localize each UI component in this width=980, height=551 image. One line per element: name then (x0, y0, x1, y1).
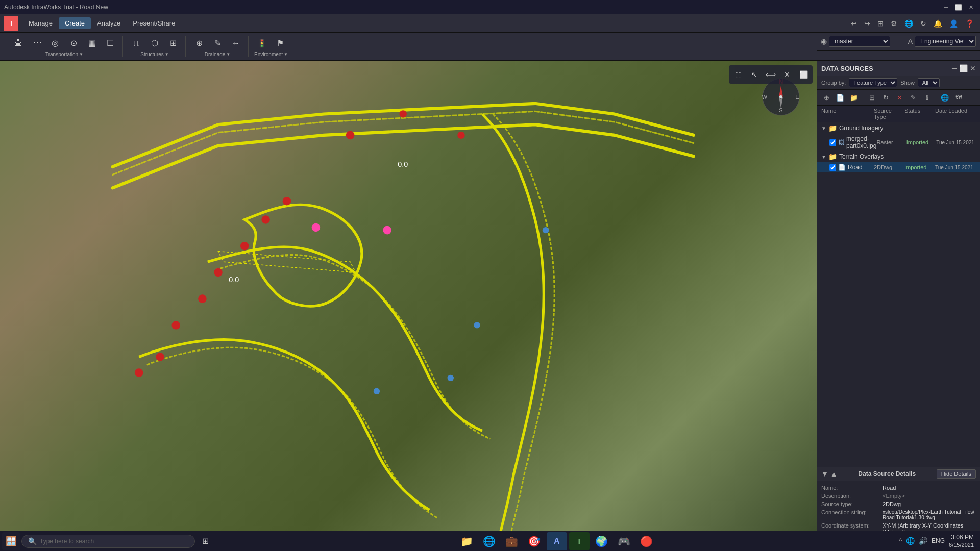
merged-jpg-checkbox[interactable] (829, 139, 836, 146)
notify-icon[interactable]: 🔔 (932, 18, 944, 29)
taskbar-app8[interactable]: 🎮 (614, 532, 634, 550)
struct-btn-3[interactable]: ⊞ (165, 36, 181, 51)
roundabout-btn[interactable]: ◎ (47, 36, 63, 51)
tray-volume-icon[interactable]: 🔊 (919, 537, 927, 545)
struct-btn-2[interactable]: ⬡ (146, 36, 163, 51)
task-view-btn[interactable]: ⊞ (196, 532, 214, 550)
road-checkbox[interactable] (829, 164, 836, 171)
merged-jpg-item[interactable]: 🖼 merged-part0x0.jpg Raster Imported Tue… (817, 134, 980, 151)
group-by-select[interactable]: Feature Type (849, 78, 897, 87)
structures-label[interactable]: Structures ▼ (140, 52, 169, 57)
search-bar[interactable]: 🔍 Type here to search (21, 535, 195, 548)
structures-icons: ⎍ ⬡ ⊞ (128, 36, 181, 51)
transport-btn-4[interactable]: ⊙ (65, 36, 82, 51)
environment-arrow: ▼ (284, 52, 288, 57)
select-btn[interactable]: ↖ (747, 67, 762, 82)
view-select[interactable]: Engineering View (915, 36, 976, 47)
minimize-btn[interactable]: ─ (941, 2, 951, 12)
ds-tool-folder[interactable]: 📁 (848, 92, 860, 103)
road-item-source: 2DDwg (874, 164, 904, 170)
env-btn-2[interactable]: ⚑ (272, 36, 288, 51)
taskbar-teams[interactable]: 🎯 (524, 532, 545, 550)
help-icon[interactable]: ❓ (963, 18, 976, 29)
taskbar-explorer[interactable]: 📁 (457, 532, 477, 550)
detail-name-val: Road (883, 485, 976, 491)
transport-btn-6[interactable]: ☐ (102, 36, 118, 51)
user-icon[interactable]: 👤 (947, 18, 960, 29)
ds-filter-row: Group by: Feature Type Show All (817, 76, 980, 90)
ds-details-up-icon[interactable]: ▲ (830, 470, 838, 478)
measure-btn[interactable]: ⟺ (764, 67, 778, 82)
hide-details-btn[interactable]: Hide Details (937, 469, 976, 479)
struct-btn-1[interactable]: ⎍ (128, 36, 144, 51)
ds-tool-info[interactable]: ℹ (921, 92, 933, 103)
show-select[interactable]: All (918, 78, 940, 87)
terrain-overlays-header[interactable]: ▼ 📁 Terrain Overlays (817, 151, 980, 162)
model-select[interactable]: master (829, 36, 890, 47)
taskbar-app9[interactable]: 🔴 (636, 532, 657, 550)
menu-manage[interactable]: Manage (22, 17, 59, 29)
svg-point-11 (312, 223, 321, 232)
ds-expand-btn[interactable]: ⬜ (959, 64, 968, 72)
cross-btn[interactable]: ✕ (780, 67, 794, 82)
traffic-btn[interactable]: 🚦 (254, 36, 270, 51)
detail-srctype-key: Source type: (821, 501, 883, 507)
environment-label[interactable]: Environment ▼ (254, 52, 288, 57)
ground-imagery-header[interactable]: ▼ 📁 Ground Imagery (817, 122, 980, 134)
drainage-label[interactable]: Drainage ▼ (205, 52, 231, 57)
tray-up-icon[interactable]: ^ (899, 537, 902, 544)
model-icon: ◉ (821, 37, 827, 45)
ds-close-btn[interactable]: ✕ (970, 64, 976, 72)
grid-icon[interactable]: ⊞ (875, 18, 886, 29)
drain-btn-3[interactable]: ↔ (228, 36, 244, 51)
map-viewport[interactable]: 0.0 0.0 N S E W X:-397924.815226 Y: 4190… (0, 61, 817, 547)
taskbar-infraworks[interactable]: I (569, 532, 590, 550)
perspective-btn[interactable]: ⬚ (731, 67, 745, 82)
road-straight-btn[interactable]: 🛣 (10, 36, 27, 51)
menu-present-share[interactable]: Present/Share (127, 17, 181, 29)
terrain-overlays-expand-icon: ▼ (821, 154, 826, 160)
ds-tool-connect[interactable]: ⊞ (866, 92, 878, 103)
restore-btn[interactable]: ⬜ (953, 2, 964, 12)
globe-icon[interactable]: 🌐 (902, 18, 915, 29)
tray-network-icon[interactable]: 🌐 (906, 537, 915, 545)
taskbar-edge[interactable]: 🌐 (479, 532, 500, 550)
nav-forward-icon[interactable]: ↪ (862, 18, 872, 29)
ds-tool-delete[interactable]: ✕ (893, 92, 905, 103)
ds-tool-img-2[interactable]: 🗺 (952, 92, 965, 103)
group-by-label: Group by: (821, 80, 846, 86)
transportation-label[interactable]: Transportation ▼ (45, 52, 83, 57)
close-btn[interactable]: ✕ (966, 2, 976, 12)
taskbar-acad[interactable]: A (547, 532, 567, 550)
taskbar-store[interactable]: 💼 (502, 532, 522, 550)
refresh-icon[interactable]: ↻ (918, 18, 928, 29)
ds-tool-refresh[interactable]: ↻ (879, 92, 892, 103)
ds-tool-add[interactable]: 📄 (834, 92, 846, 103)
ds-tool-edit[interactable]: ✎ (907, 92, 919, 103)
nav-back-icon[interactable]: ↩ (849, 18, 859, 29)
menu-create[interactable]: Create (59, 17, 91, 29)
settings-icon[interactable]: ⚙ (889, 18, 899, 29)
ds-tool-img-1[interactable]: 🌐 (939, 92, 951, 103)
drain-btn-2[interactable]: ✎ (209, 36, 226, 51)
taskbar-app7[interactable]: 🌍 (592, 532, 612, 550)
data-sources-panel: DATA SOURCES ─ ⬜ ✕ Group by: Feature Typ… (817, 61, 980, 547)
frame-btn[interactable]: ⬜ (796, 67, 811, 82)
road-curve-btn[interactable]: 〰 (29, 36, 45, 51)
road-item[interactable]: 📄 Road 2DDwg Imported Tue Jun 15 2021 (817, 162, 980, 172)
transport-btn-5[interactable]: ▦ (84, 36, 100, 51)
search-icon: 🔍 (28, 537, 37, 545)
ds-tool-expand-all[interactable]: ⊕ (820, 92, 832, 103)
ds-minimize-btn[interactable]: ─ (952, 64, 957, 72)
start-button[interactable]: 🪟 (2, 532, 20, 550)
detail-name-key: Name: (821, 485, 883, 491)
view-tools: ⬚ ↖ ⟺ ✕ ⬜ (729, 65, 813, 84)
lang-indicator[interactable]: ENG (932, 537, 945, 544)
structures-group: ⎍ ⬡ ⊞ Structures ▼ (124, 36, 186, 57)
menu-analyze[interactable]: Analyze (91, 17, 127, 29)
merged-jpg-source: Raster (876, 139, 906, 145)
detail-connstr-key: Connection string: (821, 509, 883, 520)
drain-btn-1[interactable]: ⊕ (191, 36, 207, 51)
ds-details-nav: ▼ ▲ (821, 470, 838, 478)
ds-details-down-icon[interactable]: ▼ (821, 470, 828, 478)
